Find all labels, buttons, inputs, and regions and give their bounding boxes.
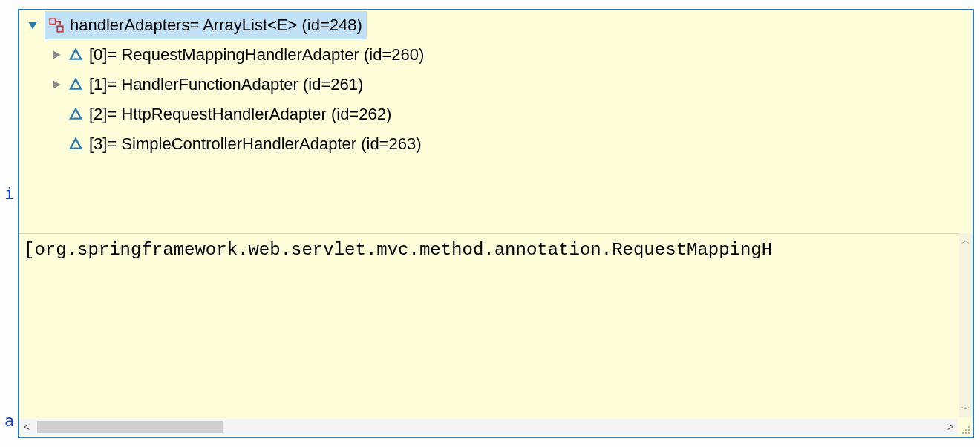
expand-toggle-closed[interactable] — [48, 76, 65, 94]
element-icon — [68, 48, 83, 62]
scrollbar-thumb[interactable] — [37, 421, 223, 433]
svg-point-2 — [968, 426, 970, 428]
tree-row-item[interactable]: [1]= HandlerFunctionAdapter (id=261) — [19, 70, 973, 99]
scrollbar-track[interactable] — [34, 421, 943, 433]
expand-toggle-closed[interactable] — [48, 46, 65, 64]
svg-point-4 — [968, 429, 970, 431]
expand-toggle-open[interactable] — [24, 16, 42, 34]
scroll-down-icon[interactable]: ﹀ — [961, 402, 970, 417]
editor-gutter: i a — [0, 0, 18, 447]
svg-rect-1 — [57, 26, 63, 32]
tree-node-label: [0]= RequestMappingHandlerAdapter (id=26… — [89, 40, 424, 70]
element-icon — [68, 107, 83, 122]
tree-row-root[interactable]: handlerAdapters= ArrayList<E> (id=248) — [19, 10, 973, 40]
scroll-left-icon[interactable]: < — [19, 421, 34, 433]
tree-row-item[interactable]: [3]= SimpleControllerHandlerAdapter (id=… — [19, 129, 973, 159]
tree-row-item[interactable]: [0]= RequestMappingHandlerAdapter (id=26… — [19, 40, 973, 70]
tree-node-label: handlerAdapters= ArrayList<E> (id=248) — [70, 10, 362, 40]
tree-node-label: [3]= SimpleControllerHandlerAdapter (id=… — [89, 129, 422, 159]
variable-object-icon — [49, 18, 64, 33]
gutter-char: a — [4, 411, 14, 430]
scroll-right-icon[interactable]: > — [943, 421, 958, 433]
element-icon — [68, 137, 83, 151]
variables-tree[interactable]: handlerAdapters= ArrayList<E> (id=248) [… — [19, 10, 973, 218]
gutter-char: i — [4, 184, 14, 203]
svg-rect-0 — [50, 19, 56, 25]
debug-inspector-window: i a handlerAdapter — [0, 0, 980, 447]
horizontal-scrollbar[interactable]: < > — [19, 419, 958, 435]
expand-toggle-none — [48, 105, 65, 123]
tree-node-label: [2]= HttpRequestHandlerAdapter (id=262) — [89, 99, 391, 129]
svg-point-5 — [962, 432, 964, 434]
tree-node-label: [1]= HandlerFunctionAdapter (id=261) — [89, 70, 363, 99]
detail-text: [org.springframework.web.servlet.mvc.met… — [19, 234, 959, 263]
detail-pane[interactable]: [org.springframework.web.servlet.mvc.met… — [19, 233, 959, 417]
variables-popup-panel: handlerAdapters= ArrayList<E> (id=248) [… — [18, 9, 974, 438]
tree-row-item[interactable]: [2]= HttpRequestHandlerAdapter (id=262) — [19, 99, 973, 129]
expand-toggle-none — [48, 135, 65, 153]
vertical-scrollbar[interactable]: ︿ ﹀ — [959, 233, 973, 417]
resize-grip-icon[interactable] — [959, 423, 971, 435]
scroll-up-icon[interactable]: ︿ — [961, 233, 970, 249]
svg-point-3 — [965, 429, 967, 431]
element-icon — [68, 77, 83, 92]
svg-point-6 — [965, 432, 967, 434]
svg-point-7 — [968, 432, 970, 434]
